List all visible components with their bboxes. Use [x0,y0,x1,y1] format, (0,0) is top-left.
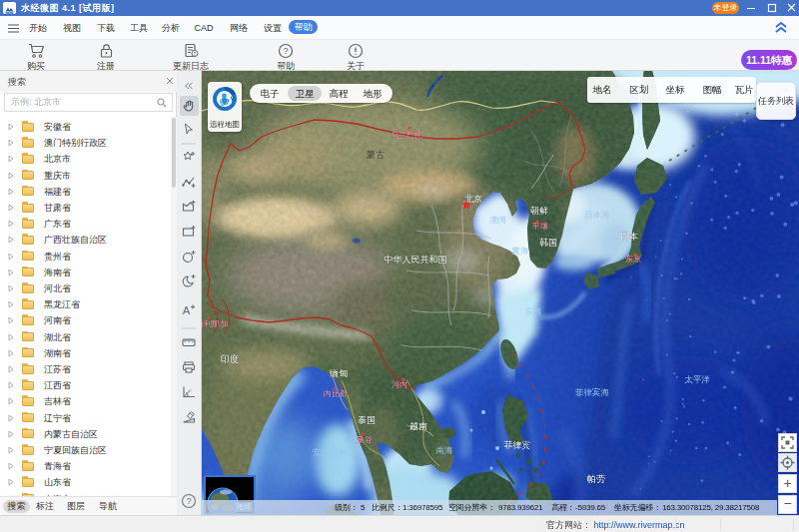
svg-text:?: ? [186,496,191,506]
svg-text:东京: 东京 [625,255,641,264]
svg-text:黄海: 黄海 [511,246,530,256]
svg-text:东海: 东海 [525,306,543,316]
svg-text:越南: 越南 [409,421,427,431]
svg-text:菲律宾: 菲律宾 [504,440,531,450]
svg-text:泰国: 泰国 [358,415,376,425]
svg-text:A: A [183,304,191,316]
svg-text:太平洋: 太平洋 [684,374,710,384]
svg-text:斯利那加: 斯利那加 [202,319,228,328]
svg-text:日本海: 日本海 [584,210,610,220]
svg-text:乌兰巴托: 乌兰巴托 [391,131,422,140]
svg-text:菲律宾海: 菲律宾海 [575,387,610,397]
svg-text:蒙古: 蒙古 [367,150,385,160]
svg-text:帕劳: 帕劳 [587,474,605,484]
svg-text:中华人民共和国: 中华人民共和国 [385,255,447,265]
svg-text:南海: 南海 [436,445,454,455]
svg-text:渤海: 渤海 [490,215,508,225]
svg-text:河内: 河内 [392,380,407,389]
svg-text:平壤: 平壤 [532,222,548,231]
svg-text:?: ? [283,46,288,56]
svg-text:日本: 日本 [620,232,638,242]
svg-text:印度: 印度 [221,354,239,364]
svg-text:朝鲜: 朝鲜 [530,206,548,216]
svg-text:曼谷: 曼谷 [357,435,373,444]
svg-text:缅甸: 缅甸 [330,368,348,378]
svg-text:内比都: 内比都 [324,389,348,398]
svg-text:安达曼海: 安达曼海 [313,447,348,457]
svg-text:韩国: 韩国 [539,238,557,248]
